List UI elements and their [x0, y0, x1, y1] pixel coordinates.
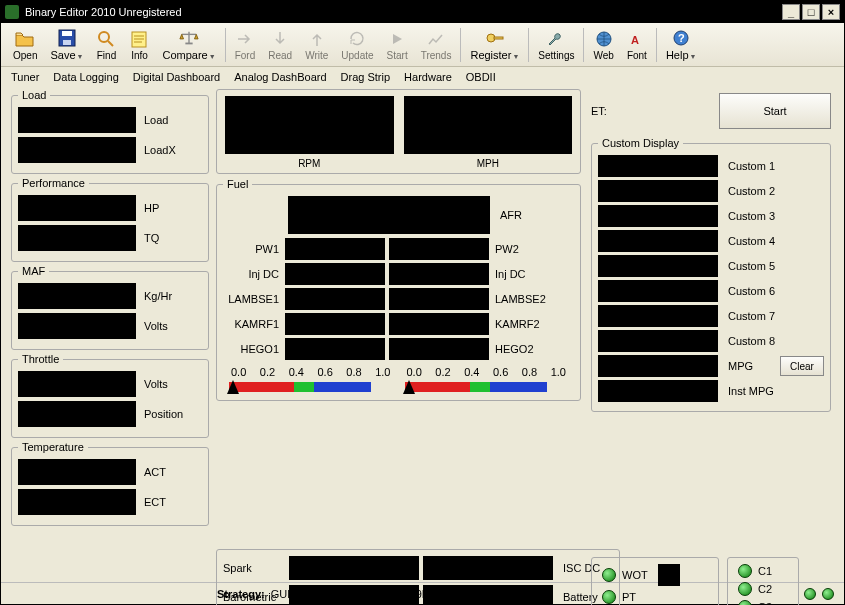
maf-group: MAF Kg/Hr Volts: [11, 265, 209, 350]
hego1-display: [285, 338, 385, 360]
svg-line-4: [108, 41, 113, 46]
open-button[interactable]: Open: [7, 28, 43, 62]
hego1-gauge: 0.00.20.40.60.81.0: [229, 366, 393, 394]
scales-icon: [179, 28, 199, 48]
tab-hardware[interactable]: Hardware: [404, 71, 452, 83]
c1-led-icon: [738, 564, 752, 578]
register-button[interactable]: Register▼: [464, 27, 525, 62]
custom6-display: [598, 280, 718, 302]
help-icon: ?: [671, 28, 691, 48]
lambse1-display: [285, 288, 385, 310]
tq-display: [18, 225, 136, 251]
pw2-display: [389, 238, 489, 260]
close-button[interactable]: ×: [822, 4, 840, 20]
gauge-needle-icon: [227, 380, 239, 394]
svg-text:?: ?: [678, 32, 685, 44]
web-button[interactable]: Web: [587, 28, 619, 62]
rpm-display: [225, 96, 394, 154]
start-button-tb: Start: [381, 28, 414, 62]
start-button[interactable]: Start: [719, 93, 831, 129]
gauge-needle-icon: [403, 380, 415, 394]
tab-obdii[interactable]: OBDII: [466, 71, 496, 83]
kamrf1-display: [285, 313, 385, 335]
write-button: Write: [299, 28, 334, 62]
ford-button: Ford: [229, 28, 262, 62]
dashboard-content: Load Load LoadX Performance HP TQ MAF Kg…: [1, 87, 844, 582]
custom8-display: [598, 330, 718, 352]
kamrf2-display: [389, 313, 489, 335]
refresh-icon: [347, 29, 367, 49]
tab-drag-strip[interactable]: Drag Strip: [341, 71, 391, 83]
load-group: Load Load LoadX: [11, 89, 209, 174]
maximize-button[interactable]: □: [802, 4, 820, 20]
svg-rect-13: [494, 37, 503, 39]
iscdc-display: [423, 556, 553, 580]
loadx-display: [18, 137, 136, 163]
custom2-display: [598, 180, 718, 202]
find-button[interactable]: Find: [90, 28, 122, 62]
caret-down-icon: ▼: [690, 53, 697, 60]
caret-down-icon: ▼: [209, 53, 216, 60]
indicator-group-1: WOT PT CTCL: [591, 557, 719, 605]
clear-button[interactable]: Clear: [780, 356, 824, 376]
arrow-up-icon: [307, 29, 327, 49]
minimize-button[interactable]: _: [782, 4, 800, 20]
status-led-1-icon: [804, 588, 816, 600]
ect-display: [18, 489, 136, 515]
indicator-group-2: C1 C2 C3: [727, 557, 799, 605]
bottom-group: SparkISC DC BarometricBattery: [216, 549, 620, 605]
maf-kghr-display: [18, 283, 136, 309]
tab-data-logging[interactable]: Data Logging: [53, 71, 118, 83]
arrow-icon: [235, 29, 255, 49]
chart-icon: [426, 29, 446, 49]
spark-display: [289, 556, 419, 580]
custom7-display: [598, 305, 718, 327]
load-display: [18, 107, 136, 133]
throttle-volts-display: [18, 371, 136, 397]
toolbar-separator: [583, 28, 584, 62]
hp-display: [18, 195, 136, 221]
main-toolbar: Open Save▼ Find Info Compare▼ Ford Read …: [1, 23, 844, 67]
help-button[interactable]: ?Help▼: [660, 27, 703, 62]
app-icon: [5, 5, 19, 19]
baro-display: [289, 585, 419, 605]
custom1-display: [598, 155, 718, 177]
font-icon: A: [627, 29, 647, 49]
maf-volts-display: [18, 313, 136, 339]
hego2-display: [389, 338, 489, 360]
pt-led-icon: [602, 590, 616, 604]
svg-rect-1: [62, 31, 72, 36]
injdc1-display: [285, 263, 385, 285]
battery-display: [423, 585, 553, 605]
act-display: [18, 459, 136, 485]
info-button[interactable]: Info: [123, 28, 155, 62]
custom5-display: [598, 255, 718, 277]
wot-display: [658, 564, 680, 586]
magnifier-icon: [96, 29, 116, 49]
tab-digital-dashboard[interactable]: Digital Dashboard: [133, 71, 220, 83]
svg-rect-11: [185, 43, 192, 45]
injdc2-display: [389, 263, 489, 285]
arrow-down-icon: [270, 29, 290, 49]
wrench-icon: [546, 29, 566, 49]
tab-analog-dashboard[interactable]: Analog DashBoard: [234, 71, 326, 83]
svg-rect-2: [63, 40, 71, 45]
custom3-display: [598, 205, 718, 227]
mph-display: [404, 96, 573, 154]
toolbar-separator: [225, 28, 226, 62]
lambse2-display: [389, 288, 489, 310]
save-button[interactable]: Save▼: [44, 27, 89, 62]
pw1-display: [285, 238, 385, 260]
rpm-mph-group: RPM MPH: [216, 89, 581, 174]
tab-tuner[interactable]: Tuner: [11, 71, 39, 83]
custom-display-group: Custom Display Custom 1 Custom 2 Custom …: [591, 137, 831, 412]
sub-toolbar: Tuner Data Logging Digital Dashboard Ana…: [1, 67, 844, 87]
compare-button[interactable]: Compare▼: [156, 27, 221, 62]
settings-button[interactable]: Settings: [532, 28, 580, 62]
performance-group: Performance HP TQ: [11, 177, 209, 262]
main-window: Binary Editor 2010 Unregistered _ □ × Op…: [0, 0, 845, 605]
notepad-icon: [129, 29, 149, 49]
titlebar: Binary Editor 2010 Unregistered _ □ ×: [1, 1, 844, 23]
throttle-position-display: [18, 401, 136, 427]
font-button[interactable]: AFont: [621, 28, 653, 62]
